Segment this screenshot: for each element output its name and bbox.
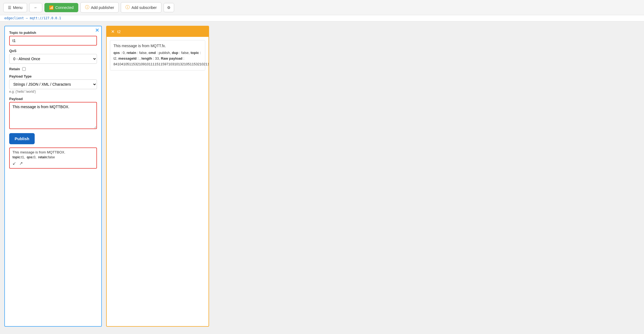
add-publisher-button[interactable]: ⓘ Add publisher (80, 2, 119, 13)
meta-qos-val: 0 (123, 51, 125, 55)
publisher-close-button[interactable]: ✕ (95, 28, 99, 33)
meta-retain-key: retain (126, 51, 136, 55)
payload-type-select[interactable]: Strings / JSON / XML / Characters Number… (9, 79, 97, 89)
add-subscriber-icon: ⓘ (125, 5, 130, 10)
toolbar: ☰ Menu ← 📶 Connected ⓘ Add publisher ⓘ A… (0, 0, 644, 15)
payload-textarea[interactable]: This message is from MQTTBOX. (9, 102, 97, 129)
meta-length-val: 33 (155, 56, 159, 60)
meta-msgid-key: messageId (118, 56, 136, 60)
log-copy-button[interactable]: ↙ (12, 161, 16, 166)
menu-label: Menu (13, 5, 22, 10)
publish-button[interactable]: Publish (9, 133, 35, 144)
topic-label: Topic to publish (9, 31, 97, 35)
connection-bar: edgeclient – mqtt://127.0.0.1 (0, 15, 644, 21)
connected-label: Connected (55, 5, 74, 10)
retain-field-group: Retain (9, 67, 97, 71)
meta-topic-key: topic (191, 51, 199, 55)
main-layout: ✕ Topic to publish QoS 0 - Almost Once 1… (0, 21, 644, 331)
meta-cmd-key: cmd (148, 51, 156, 55)
subscriber-panel: ✕ t2 This message is from MQTT.fx. qos :… (106, 26, 209, 327)
connection-text: edgeclient – mqtt://127.0.0.1 (4, 16, 61, 20)
add-publisher-icon: ⓘ (85, 5, 89, 10)
meta-raw-key: Raw payload (161, 56, 182, 60)
log-retain-key: retain: (38, 155, 48, 159)
log-forward-button[interactable]: ↗ (19, 161, 23, 166)
qos-select[interactable]: 0 - Almost Once 1 - At Least Once 2 - Ex… (9, 54, 97, 64)
subscriber-message-card: This message is from MQTT.fx. qos : 0, r… (110, 40, 205, 70)
sub-message-main-text: This message is from MQTT.fx. (113, 44, 202, 48)
log-topic-key: topic: (12, 155, 21, 159)
log-retain-val: false (48, 155, 55, 159)
add-publisher-label: Add publisher (91, 5, 114, 10)
signal-icon: 📶 (49, 5, 54, 10)
meta-cmd-val: publish (159, 51, 170, 55)
settings-icon: ⚙ (167, 5, 171, 10)
settings-button[interactable]: ⚙ (164, 3, 174, 12)
payload-hint: e.g: {'hello':'world'} (9, 90, 97, 94)
topic-input[interactable] (9, 36, 97, 46)
forward-icon: ↗ (19, 161, 23, 166)
log-qos-val: 0 (34, 155, 35, 159)
copy-icon: ↙ (12, 161, 16, 166)
subscriber-messages: This message is from MQTT.fx. qos : 0, r… (107, 37, 209, 326)
menu-icon: ☰ (8, 5, 11, 10)
topic-field-group: Topic to publish (9, 31, 97, 46)
meta-length-key: length (141, 56, 152, 60)
log-actions: ↙ ↗ (12, 161, 94, 166)
connected-button[interactable]: 📶 Connected (44, 3, 78, 12)
meta-retain-val: false (139, 51, 147, 55)
log-qos-key: qos: (27, 155, 34, 159)
payload-label: Payload (9, 97, 97, 101)
payload-type-field-group: Payload Type Strings / JSON / XML / Char… (9, 74, 97, 94)
add-subscriber-label: Add subscriber (131, 5, 157, 10)
meta-dup-val: false (181, 51, 188, 55)
qos-label: QoS (9, 49, 97, 53)
menu-button[interactable]: ☰ Menu (3, 3, 27, 12)
retain-checkbox[interactable] (22, 67, 26, 71)
subscriber-header: ✕ t2 (107, 26, 209, 37)
subscriber-close-button[interactable]: ✕ (111, 29, 115, 34)
publisher-panel: ✕ Topic to publish QoS 0 - Almost Once 1… (4, 26, 102, 327)
back-button[interactable]: ← (29, 3, 42, 12)
retain-label: Retain (9, 67, 20, 71)
log-meta: topic:t1, qos:0, retain:false (12, 155, 94, 159)
add-subscriber-button[interactable]: ⓘ Add subscriber (121, 2, 161, 13)
meta-qos-key: qos (113, 51, 120, 55)
message-log: This message is from MQTTBOX. topic:t1, … (9, 147, 97, 169)
sub-message-meta: qos : 0, retain : false, cmd : publish, … (113, 50, 202, 67)
qos-field-group: QoS 0 - Almost Once 1 - At Least Once 2 … (9, 49, 97, 64)
payload-field-group: Payload This message is from MQTTBOX. (9, 97, 97, 130)
payload-type-label: Payload Type (9, 74, 97, 78)
meta-topic-val: t2 (113, 56, 116, 60)
subscriber-title: t2 (117, 29, 121, 34)
back-icon: ← (34, 5, 38, 10)
meta-raw-val: 8410410511532109101111511597103101321051… (113, 62, 209, 66)
log-message-text: This message is from MQTTBOX. (12, 150, 94, 154)
log-topic-val: t1 (21, 155, 24, 159)
meta-dup-key: dup (172, 51, 178, 55)
